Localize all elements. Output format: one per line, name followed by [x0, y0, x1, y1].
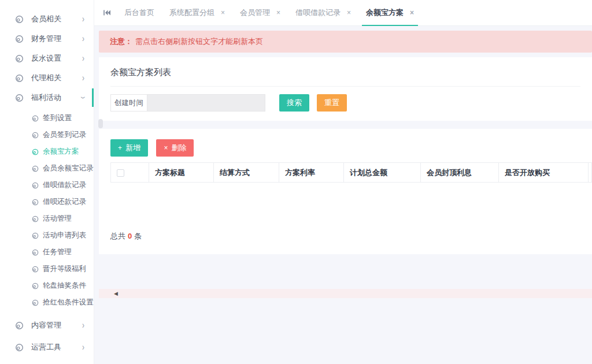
filter-row: 创建时间 搜索 重置	[110, 87, 580, 121]
filter-card: 余额宝方案列表 创建时间 搜索 重置	[99, 57, 592, 121]
tab-label: 借呗借款记录	[295, 8, 341, 18]
scrollbar-thumb[interactable]	[98, 119, 103, 128]
tab-label: 会员管理	[240, 8, 270, 18]
close-icon[interactable]: ×	[347, 9, 351, 17]
circle-icon	[32, 132, 39, 139]
table-actions: +新增 ×删除	[110, 139, 592, 157]
tab-yuebao-plan[interactable]: 余额宝方案 ×	[358, 0, 421, 26]
column-header-open-for-purchase: 是否开放购买	[499, 163, 589, 183]
circle-icon	[15, 15, 24, 24]
tab-dashboard-home[interactable]: 后台首页	[117, 0, 162, 26]
sidebar-subitem-activity-management[interactable]: 活动管理	[0, 210, 94, 227]
sidebar-item-welfare-activities[interactable]: 福利活动 ›	[0, 88, 94, 107]
add-button-label: 新增	[125, 143, 140, 152]
sidebar-subitem-label: 轮盘抽奖条件	[43, 281, 86, 291]
total-count-prefix: 总共	[110, 232, 125, 240]
sidebar-item-label: 福利活动	[31, 92, 82, 103]
sidebar-item-member-related[interactable]: 会员相关 ›	[0, 9, 94, 29]
sidebar-subitem-label: 任务管理	[43, 247, 72, 257]
notice-prefix: 注意：	[110, 36, 132, 47]
sidebar-item-label: 会员相关	[31, 14, 82, 24]
plan-table: 方案标题 结算方式 方案利率 计划总金额 会员封顶利息 是否开放购买	[110, 162, 592, 183]
table-card: +新增 ×删除 方案标题 结算方式 方案利率 计划总金额 会员封顶利息 是否开放…	[99, 129, 592, 254]
sidebar-subitem-task-management[interactable]: 任务管理	[0, 244, 94, 261]
sidebar-subitem-red-packet-conditions[interactable]: 抢红包条件设置	[0, 294, 94, 311]
chevron-right-icon: ›	[82, 34, 84, 44]
sidebar-item-content-management[interactable]: 内容管理 ›	[0, 314, 94, 336]
total-count-value: 0	[128, 232, 132, 240]
circle-icon	[32, 182, 39, 189]
table-header-row: 方案标题 结算方式 方案利率 计划总金额 会员封顶利息 是否开放购买	[111, 163, 592, 183]
chevron-right-icon: ›	[82, 342, 84, 352]
column-header-plan-rate: 方案利率	[279, 163, 344, 183]
sidebar-subitem-member-yuebao-records[interactable]: 会员余额宝记录	[0, 160, 94, 177]
sidebar-item-rebate-settings[interactable]: 反水设置 ›	[0, 49, 94, 68]
circle-icon	[15, 54, 24, 63]
circle-icon	[15, 321, 24, 330]
chevron-right-icon: ›	[82, 53, 84, 64]
empty-table-body	[110, 183, 592, 210]
create-time-input[interactable]	[147, 94, 265, 112]
select-all-checkbox[interactable]	[117, 169, 124, 177]
tab-jiebei-loan-records[interactable]: 借呗借款记录 ×	[288, 0, 358, 26]
sidebar-subitem-label: 会员余额宝记录	[43, 164, 94, 173]
sidebar-subitem-label: 晋升等级福利	[43, 264, 86, 274]
cross-icon: ×	[164, 144, 168, 152]
active-menu-indicator	[92, 88, 94, 107]
sidebar-item-operation-tools[interactable]: 运营工具 ›	[0, 336, 94, 358]
search-button[interactable]: 搜索	[279, 94, 309, 112]
sidebar-subitem-promotion-level-welfare[interactable]: 晋升等级福利	[0, 261, 94, 277]
circle-icon	[32, 148, 39, 155]
sidebar-item-finance-management[interactable]: 财务管理 ›	[0, 29, 94, 49]
delete-button[interactable]: ×删除	[156, 139, 194, 157]
circle-icon	[32, 266, 39, 273]
sidebar-item-permission-settings[interactable]: 权限设置 ›	[0, 358, 94, 364]
sidebar-subitem-member-checkin-records[interactable]: 会员签到记录	[0, 127, 94, 143]
circle-icon	[32, 216, 39, 222]
close-icon[interactable]: ×	[276, 9, 280, 17]
tab-system-config-group[interactable]: 系统配置分组 ×	[162, 0, 232, 26]
sidebar-subitem-checkin-settings[interactable]: 签到设置	[0, 110, 94, 127]
circle-icon	[32, 232, 39, 239]
page-title: 余额宝方案列表	[110, 57, 580, 87]
tab-bar: 后台首页 系统配置分组 × 会员管理 × 借呗借款记录 × 余额宝方案 ×	[94, 0, 592, 26]
close-icon[interactable]: ×	[410, 9, 414, 17]
sidebar-item-label: 反水设置	[31, 53, 82, 64]
tab-scroll-left-icon[interactable]	[103, 9, 111, 17]
column-header-settlement-method: 结算方式	[214, 163, 279, 183]
select-all-cell	[111, 163, 149, 183]
sidebar-subitem-label: 活动管理	[43, 214, 72, 224]
sidebar-item-agent-related[interactable]: 代理相关 ›	[0, 68, 94, 88]
sidebar-subitem-roulette-lottery-conditions[interactable]: 轮盘抽奖条件	[0, 277, 94, 294]
tab-label: 余额宝方案	[366, 8, 404, 18]
circle-icon	[32, 283, 39, 289]
marquee-arrow-icon: ◀	[114, 291, 118, 296]
sidebar-subitem-label: 会员签到记录	[43, 130, 86, 140]
column-header-member-cap-interest: 会员封顶利息	[421, 163, 499, 183]
circle-icon	[32, 299, 39, 306]
sidebar-subitem-label: 活动申请列表	[43, 231, 86, 240]
close-icon[interactable]: ×	[221, 9, 225, 17]
sidebar-subitem-jiebei-loan-records[interactable]: 借呗借款记录	[0, 177, 94, 194]
circle-icon	[32, 199, 39, 206]
column-header-extra	[589, 163, 592, 183]
welfare-submenu: 签到设置 会员签到记录 余额宝方案 会员余额宝记录 借呗借款记录 借呗还款记录 …	[0, 107, 94, 314]
circle-icon	[32, 115, 39, 122]
sidebar-item-label: 内容管理	[31, 320, 82, 330]
circle-icon	[15, 94, 24, 102]
add-button[interactable]: +新增	[110, 139, 148, 157]
sidebar-subitem-yuebao-plan[interactable]: 余额宝方案	[0, 143, 94, 160]
announcement-bar: ◀	[99, 289, 592, 298]
main-area: 后台首页 系统配置分组 × 会员管理 × 借呗借款记录 × 余额宝方案 × 注意…	[94, 0, 592, 298]
reset-button[interactable]: 重置	[317, 94, 347, 112]
sidebar-subitem-jiebei-repayment-records[interactable]: 借呗还款记录	[0, 194, 94, 210]
sidebar-subitem-label: 借呗还款记录	[43, 197, 86, 207]
circle-icon	[15, 74, 24, 83]
tab-label: 系统配置分组	[169, 8, 214, 18]
circle-icon	[15, 35, 24, 43]
sidebar-subitem-activity-application-list[interactable]: 活动申请列表	[0, 227, 94, 244]
total-count-suffix: 条	[134, 232, 142, 240]
tab-member-management[interactable]: 会员管理 ×	[232, 0, 288, 26]
sidebar: 会员相关 › 财务管理 › 反水设置 › 代理相关 › 福利活动 › 签到设置 …	[0, 0, 94, 364]
circle-icon	[15, 343, 24, 352]
